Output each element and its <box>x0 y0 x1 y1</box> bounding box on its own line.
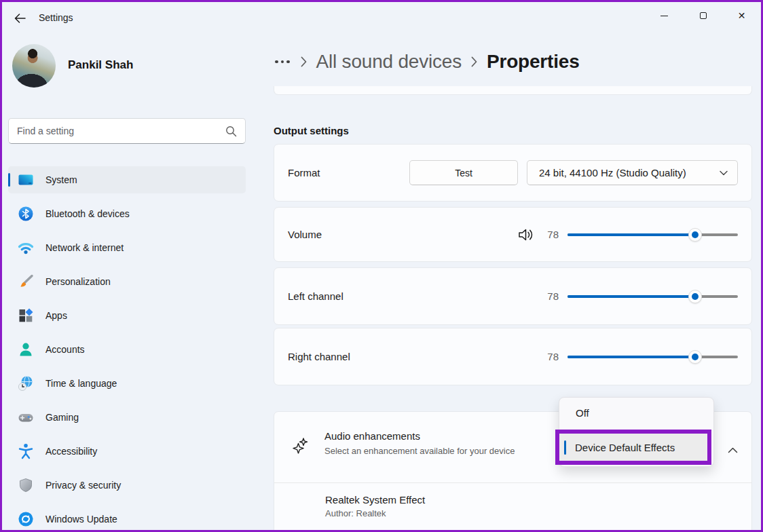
personalization-icon <box>17 273 35 290</box>
chevron-right-icon <box>301 56 307 67</box>
volume-slider-thumb[interactable] <box>688 228 702 242</box>
sidebar-item-accounts[interactable]: Accounts <box>8 336 246 363</box>
sidebar-item-label: Personalization <box>45 276 111 287</box>
chevron-down-icon <box>720 170 728 176</box>
sidebar-item-time-language[interactable]: Time & language <box>8 370 246 397</box>
breadcrumb: All sound devices Properties <box>274 47 580 77</box>
privacy-security-icon <box>17 476 35 494</box>
right-channel-slider[interactable] <box>567 356 738 358</box>
dropdown-option-off[interactable]: Off <box>559 398 713 428</box>
left-channel-slider[interactable] <box>567 295 738 298</box>
chevron-right-icon <box>471 56 477 67</box>
left-channel-row: Left channel 78 <box>274 267 752 325</box>
selection-accent-pill <box>8 173 10 187</box>
search-box[interactable] <box>8 118 246 144</box>
volume-value: 78 <box>545 229 559 240</box>
realtek-effect-author: Author: Realtek <box>325 508 738 518</box>
selected-option-accent-pill <box>564 440 566 455</box>
format-dropdown-value: 24 bit, 44100 Hz (Studio Quality) <box>539 167 686 178</box>
profile-name: Pankil Shah <box>68 58 133 72</box>
time-language-icon <box>17 375 35 392</box>
sidebar-item-label: Windows Update <box>45 514 117 525</box>
accounts-icon <box>17 341 35 358</box>
windows-update-icon <box>17 510 35 528</box>
network-icon <box>17 239 35 256</box>
breadcrumb-overflow-button[interactable] <box>274 58 291 66</box>
sidebar-item-gaming[interactable]: Gaming <box>8 404 246 431</box>
left-channel-slider-thumb[interactable] <box>688 290 702 303</box>
right-channel-label: Right channel <box>288 351 350 362</box>
sidebar-item-system[interactable]: System <box>8 166 246 193</box>
left-channel-label: Left channel <box>288 290 343 302</box>
settings-window: Settings ✕ Pankil Shah System Bluetoo <box>0 0 763 532</box>
app-title: Settings <box>39 12 73 23</box>
sidebar-item-label: Accounts <box>45 344 85 355</box>
sidebar-item-label: Gaming <box>45 412 79 423</box>
left-channel-value: 78 <box>545 290 559 302</box>
sidebar-item-label: Time & language <box>45 378 117 389</box>
sparkles-icon <box>293 437 309 455</box>
sidebar-item-apps[interactable]: Apps <box>8 302 246 329</box>
right-channel-row: Right channel 78 <box>274 328 752 385</box>
sidebar-nav: System Bluetooth & devices Network & int… <box>8 166 246 532</box>
search-icon <box>225 126 237 137</box>
main-content: All sound devices Properties Output sett… <box>272 2 754 532</box>
sidebar-item-label: Bluetooth & devices <box>45 208 130 219</box>
sidebar-item-label: Privacy & security <box>45 480 121 491</box>
audio-enhancements-title: Audio enhancements <box>324 430 528 442</box>
page-title: Properties <box>487 51 580 73</box>
sidebar-item-personalization[interactable]: Personalization <box>8 268 246 295</box>
bluetooth-icon <box>17 205 35 223</box>
volume-slider[interactable] <box>567 233 738 236</box>
sidebar-item-privacy-security[interactable]: Privacy & security <box>8 472 246 499</box>
right-channel-slider-thumb[interactable] <box>688 350 702 364</box>
volume-row: Volume 78 <box>274 207 752 262</box>
sidebar-item-label: Network & internet <box>45 242 124 253</box>
audio-enhancements-subtitle: Select an enhancement available for your… <box>324 444 528 458</box>
gaming-icon <box>17 408 35 426</box>
scrolled-card-edge <box>274 86 752 95</box>
sidebar-item-windows-update[interactable]: Windows Update <box>8 506 246 532</box>
realtek-effect-row: Realtek System Effect Author: Realtek <box>274 483 751 518</box>
accessibility-icon <box>17 442 35 460</box>
apps-icon <box>17 307 35 324</box>
sidebar-item-label: System <box>45 174 77 185</box>
sidebar-item-network-internet[interactable]: Network & internet <box>8 234 246 261</box>
sidebar-item-accessibility[interactable]: Accessibility <box>8 438 246 465</box>
system-icon <box>17 171 35 189</box>
realtek-effect-title: Realtek System Effect <box>325 494 738 506</box>
format-label: Format <box>288 167 320 178</box>
search-input[interactable] <box>17 126 225 136</box>
speaker-icon <box>517 227 535 242</box>
test-button[interactable]: Test <box>409 160 518 185</box>
sidebar-item-label: Accessibility <box>45 446 97 457</box>
volume-label: Volume <box>288 229 322 240</box>
dropdown-option-device-default-effects[interactable]: Device Default Effects <box>555 430 711 465</box>
arrow-left-icon <box>14 14 26 23</box>
section-heading: Output settings <box>274 125 349 136</box>
chevron-up-icon[interactable] <box>728 447 738 453</box>
dropdown-option-label: Device Default Effects <box>575 442 675 453</box>
sidebar-item-bluetooth-devices[interactable]: Bluetooth & devices <box>8 200 246 227</box>
avatar[interactable] <box>12 44 56 88</box>
breadcrumb-all-sound-devices[interactable]: All sound devices <box>316 51 462 73</box>
sidebar-item-label: Apps <box>45 310 67 321</box>
format-dropdown[interactable]: 24 bit, 44100 Hz (Studio Quality) <box>527 160 738 185</box>
right-channel-value: 78 <box>545 351 559 362</box>
format-row: Format Test 24 bit, 44100 Hz (Studio Qua… <box>274 144 752 202</box>
back-button[interactable] <box>10 10 30 26</box>
